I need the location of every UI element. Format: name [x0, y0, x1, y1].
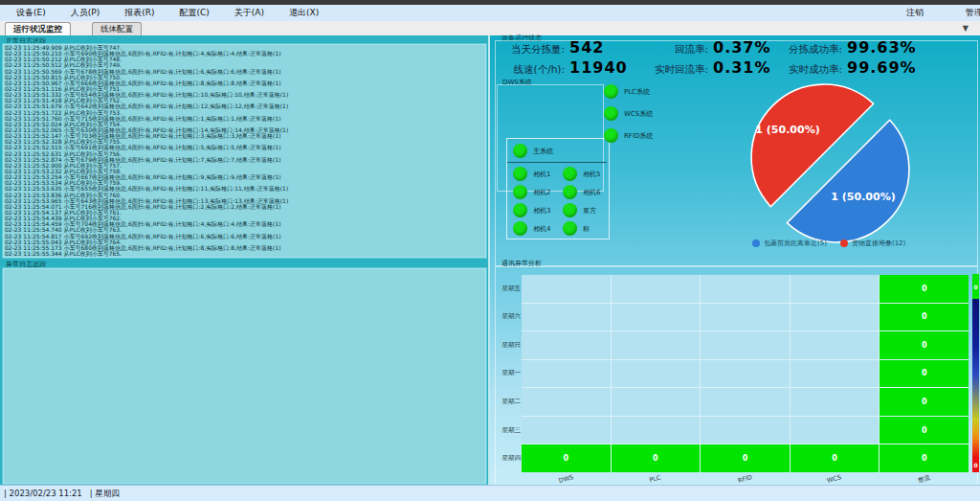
heatmap-cell: [701, 275, 790, 303]
stat-value: 0.31%: [713, 58, 771, 77]
external-systems-list: PLC系统WCS系统RFID系统: [604, 82, 653, 145]
heatmap-cell: [701, 360, 790, 388]
exception-pie-chart: 1 (50.00%) 1 (50.00%): [731, 79, 934, 243]
stat-label: 分拣成功率:: [769, 43, 842, 57]
status-datetime: | 2023/02/23 11:21 | 星期四: [4, 489, 120, 500]
menu-right-item[interactable]: 注销: [894, 7, 936, 19]
stat-label: 线速(个/h):: [496, 63, 565, 77]
pie-legend-label: 货物直接堆叠(12): [852, 239, 905, 248]
chevron-down-icon[interactable]: ▼: [963, 23, 969, 34]
heatmap-row-label: 星期六: [492, 304, 521, 331]
pie-slice-label: 1 (50.00%): [755, 124, 819, 136]
dws-device-grid: 相机1相机5相机2相机6相机3量方相机4称: [513, 165, 607, 238]
heatmap-row-label: 星期五: [492, 275, 521, 303]
colorbar-min-segment: 0: [972, 458, 979, 472]
dws-main-system: 主系统: [513, 144, 553, 158]
menu-item[interactable]: 设备(E): [4, 7, 58, 19]
pie-legend-item[interactable]: 包裹前后距离靠近(5): [752, 239, 827, 248]
colorbar-gradient: [972, 299, 979, 458]
heatmap-x-labels: DWSPLCRFIDWCS整流: [522, 475, 969, 484]
stat-value: 99.63%: [847, 38, 917, 57]
external-system-label: RFID系统: [624, 131, 653, 141]
heatmap-cell: [522, 388, 611, 416]
dws-device-item: 相机2: [513, 183, 563, 201]
dws-device-label: 相机3: [533, 206, 550, 216]
legend-dot-icon: [840, 239, 848, 247]
abnormal-log-box[interactable]: [2, 267, 487, 485]
heatmap-cell: [612, 388, 701, 416]
pie-legend: 包裹前后距离靠近(5)货物直接堆叠(12): [752, 239, 905, 248]
stat-label: 回流率:: [635, 43, 708, 57]
status-bar: | 2023/02/23 11:21 | 星期四: [0, 485, 980, 501]
dws-device-item: 相机5: [563, 165, 607, 183]
menu-item[interactable]: 关于(A): [222, 7, 277, 19]
heatmap-cell: [701, 304, 790, 331]
external-system-item: WCS系统: [604, 104, 653, 123]
menu-right-items: 注销管理: [894, 5, 980, 21]
dws-device-item: 称: [563, 219, 607, 238]
dws-main-label: 主系统: [533, 147, 553, 156]
tab-run-status-monitor[interactable]: 运行状况监控: [5, 22, 71, 35]
dws-group-box: 主系统 相机1相机5相机2相机6相机3量方相机4称: [497, 84, 604, 192]
status-light-icon: [513, 203, 527, 217]
dws-inner-box: 主系统 相机1相机5相机2相机6相机3量方相机4称: [506, 138, 610, 239]
heatmap-cell: 0: [880, 417, 969, 444]
heatmap-cell: [791, 360, 880, 388]
stat-value: 0.37%: [713, 38, 771, 57]
heatmap-cell: [522, 331, 611, 359]
heatmap-cell: 0: [880, 331, 969, 359]
status-light-icon: [513, 185, 527, 199]
stat-value: 542: [569, 38, 604, 57]
heatmap-cell: [791, 275, 880, 303]
heatmap-colorbar: 0 0: [972, 274, 979, 472]
menu-item[interactable]: 退出(X): [277, 7, 331, 19]
normal-log-list: 02-23 11:25:49.909 从PLC收到小车号747.02-23 11…: [3, 44, 486, 258]
heatmap-cell: [701, 388, 790, 416]
dws-device-label: 量方: [583, 206, 596, 216]
pie-legend-item[interactable]: 货物直接堆叠(12): [840, 239, 905, 248]
heatmap-row-labels: 星期五星期六星期日星期一星期二星期三星期四: [492, 275, 521, 472]
status-light-icon: [563, 167, 577, 181]
external-system-item: PLC系统: [604, 82, 653, 101]
menu-bar: 设备(E)人员(P)报表(R)配置(C)关于(A)退出(X) 注销管理: [0, 5, 980, 22]
dws-device-item: 相机4: [513, 219, 563, 238]
heatmap-cell: [612, 360, 701, 388]
stat-col-success: 分拣成功率:99.63% 实时成功率:99.69%: [769, 38, 917, 79]
dws-device-label: 相机5: [583, 170, 600, 179]
stat-col-reflow: 回流率:0.37% 实时回流率:0.31%: [635, 38, 771, 79]
stat-label: 实时成功率:: [769, 63, 842, 77]
heatmap-cell: [701, 331, 790, 359]
heatmap-cell: [522, 417, 611, 444]
tab-line-config[interactable]: 线体配置: [92, 22, 142, 35]
external-system-label: PLC系统: [624, 87, 650, 97]
normal-log-box[interactable]: 02-23 11:25:49.909 从PLC收到小车号747.02-23 11…: [2, 43, 487, 259]
heatmap-cell: [612, 304, 701, 331]
heatmap-cell: [791, 417, 880, 444]
heatmap-cell: [522, 304, 611, 331]
device-status-panel: 设备运行状态 当天分拣量:542 线速(个/h):11940 回流率:0.37%…: [490, 35, 980, 485]
heatmap-plot: 00000000000: [522, 275, 969, 472]
stat-value: 11940: [569, 58, 628, 77]
status-light-icon: [604, 106, 618, 121]
heatmap-cell: [791, 388, 880, 416]
stat-label: 当天分拣量:: [496, 43, 565, 57]
status-light-icon: [563, 221, 577, 236]
heatmap-cell: [701, 417, 790, 444]
heatmap-cell: [522, 275, 611, 303]
status-light-icon: [604, 84, 618, 99]
dws-device-label: 相机2: [533, 188, 550, 197]
menu-item[interactable]: 报表(R): [112, 7, 167, 19]
heatmap-cell: [791, 331, 880, 359]
menu-right-item[interactable]: 管理: [953, 7, 980, 19]
dws-device-item: 量方: [563, 201, 607, 219]
menu-item[interactable]: 人员(P): [58, 7, 112, 19]
heatmap-cell: [791, 304, 880, 331]
heatmap-cell: 0: [880, 360, 969, 388]
heatmap-cell: 0: [880, 275, 969, 303]
menu-item[interactable]: 配置(C): [167, 7, 221, 19]
heatmap-cell: [612, 275, 701, 303]
dws-device-label: 相机1: [533, 170, 550, 179]
heatmap-row-label: 星期四: [492, 444, 521, 472]
stat-col-volume: 当天分拣量:542 线速(个/h):11940: [496, 38, 628, 79]
status-light-icon: [513, 144, 527, 158]
